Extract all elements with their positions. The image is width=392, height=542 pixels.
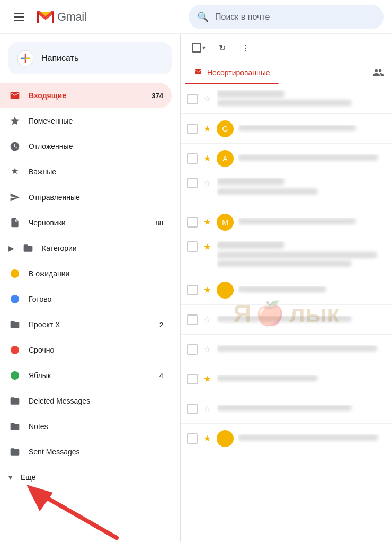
sidebar-item-sent[interactable]: Отправленные xyxy=(0,185,172,210)
email-avatar: M xyxy=(217,214,234,231)
refresh-button[interactable]: ↻ xyxy=(212,38,231,57)
email-row[interactable]: ★ G xyxy=(181,114,392,144)
sidebar-item-snoozed[interactable]: Отложенные xyxy=(0,134,172,159)
search-bar[interactable]: 🔍 Поиск в почте xyxy=(189,5,384,29)
projectx-label: Проект Х xyxy=(29,320,152,329)
drafts-label: Черновики xyxy=(29,218,148,227)
email-content-area: ▾ ↻ ⋮ Несортированные xyxy=(180,34,392,542)
sidebar-item-sent-messages[interactable]: Sent Messages xyxy=(0,439,172,465)
email-row[interactable]: ★ M xyxy=(181,207,392,237)
draft-icon xyxy=(8,216,21,229)
email-row[interactable]: ☆ xyxy=(181,394,392,424)
email-row[interactable]: ☆ xyxy=(181,84,392,114)
email-row[interactable]: ☆ xyxy=(181,335,392,364)
svg-rect-3 xyxy=(52,12,55,23)
app-name-label: Gmail xyxy=(57,10,86,24)
email-star[interactable]: ★ xyxy=(202,433,212,444)
email-sender-blurred xyxy=(217,178,284,185)
sidebar-item-categories[interactable]: ▶ Категории xyxy=(0,235,172,261)
inbox-count: 374 xyxy=(152,92,163,100)
done-dot-icon xyxy=(8,293,21,305)
email-subject-blurred xyxy=(238,154,378,161)
email-row[interactable]: ★ xyxy=(181,275,392,305)
sidebar-item-projectx[interactable]: Проект Х 2 xyxy=(0,312,172,337)
email-checkbox[interactable] xyxy=(187,314,198,325)
email-row[interactable]: ★ xyxy=(181,237,392,275)
sidebar-item-inbox[interactable]: Входящие 374 xyxy=(0,83,172,108)
contacts-button[interactable] xyxy=(369,63,388,82)
email-star[interactable]: ★ xyxy=(202,374,212,384)
email-checkbox[interactable] xyxy=(187,124,198,134)
inbox-icon xyxy=(8,89,21,102)
sidebar-item-yablyk[interactable]: Яблык 4 xyxy=(0,363,172,388)
categories-label: Категории xyxy=(42,244,163,252)
sent-messages-icon xyxy=(8,445,21,458)
email-row[interactable]: ☆ xyxy=(181,173,392,207)
drafts-count: 88 xyxy=(156,219,163,227)
more-vert-icon: ⋮ xyxy=(241,43,250,53)
compose-button[interactable]: Написать xyxy=(8,42,172,74)
email-subject-blurred xyxy=(238,218,356,224)
email-star[interactable]: ☆ xyxy=(202,94,212,104)
sidebar-item-important[interactable]: Важные xyxy=(0,159,172,185)
inbox-label: Входящие xyxy=(29,91,144,100)
starred-label: Помеченные xyxy=(29,117,163,125)
sidebar-item-deleted[interactable]: Deleted Messages xyxy=(0,388,172,414)
gmail-m-icon xyxy=(36,10,55,24)
email-sender-blurred xyxy=(217,241,284,249)
waiting-dot-icon xyxy=(8,267,21,280)
email-checkbox[interactable] xyxy=(187,344,198,355)
email-content xyxy=(217,405,386,413)
header-left: Gmail xyxy=(8,6,189,28)
email-star[interactable]: ★ xyxy=(202,153,212,164)
email-row[interactable]: ☆ xyxy=(181,305,392,335)
email-checkbox[interactable] xyxy=(187,217,198,228)
menu-button[interactable] xyxy=(8,6,30,28)
yablyk-label: Яблык xyxy=(29,371,152,380)
sidebar-item-more[interactable]: ▾ Ещё xyxy=(0,465,172,490)
email-star[interactable]: ★ xyxy=(202,241,212,252)
sidebar-item-urgent[interactable]: Срочно xyxy=(0,337,172,363)
email-star[interactable]: ★ xyxy=(202,285,212,295)
more-options-button[interactable]: ⋮ xyxy=(236,38,255,57)
email-star[interactable]: ★ xyxy=(202,124,212,134)
email-checkbox[interactable] xyxy=(187,178,198,188)
email-checkbox[interactable] xyxy=(187,433,198,444)
sidebar-item-notes[interactable]: Notes xyxy=(0,414,172,439)
email-checkbox[interactable] xyxy=(187,285,198,295)
email-subject-blurred xyxy=(217,375,318,381)
email-content xyxy=(238,125,386,133)
email-row[interactable]: ★ A xyxy=(181,144,392,173)
main-layout: Написать Входящие 374 Помеченные Отложен… xyxy=(0,34,392,542)
email-row[interactable]: ★ xyxy=(181,364,392,394)
email-star[interactable]: ☆ xyxy=(202,178,212,188)
email-checkbox[interactable] xyxy=(187,153,198,164)
email-checkbox[interactable] xyxy=(187,374,198,384)
tab-primary[interactable]: Несортированные xyxy=(185,62,279,84)
more-label: Ещё xyxy=(21,473,163,482)
sidebar-item-starred[interactable]: Помеченные xyxy=(0,108,172,134)
email-row[interactable]: ★ xyxy=(181,424,392,453)
email-subject-blurred xyxy=(238,434,378,441)
sent-messages-label: Sent Messages xyxy=(29,448,163,456)
search-icon: 🔍 xyxy=(197,11,209,23)
email-subject-blurred xyxy=(217,405,352,411)
tab-bar: Несортированные xyxy=(181,62,392,84)
urgent-dot-icon xyxy=(8,344,21,356)
email-content xyxy=(238,286,386,294)
email-star[interactable]: ☆ xyxy=(202,404,212,414)
sidebar-item-drafts[interactable]: Черновики 88 xyxy=(0,210,172,235)
email-star[interactable]: ☆ xyxy=(202,344,212,355)
email-checkbox[interactable] xyxy=(187,404,198,414)
email-star[interactable]: ☆ xyxy=(202,314,212,325)
compose-plus-icon xyxy=(17,50,34,67)
select-all-button[interactable]: ▾ xyxy=(189,38,208,57)
email-checkbox[interactable] xyxy=(187,94,198,104)
email-checkbox[interactable] xyxy=(187,241,198,252)
email-avatar xyxy=(217,282,234,299)
email-star[interactable]: ★ xyxy=(202,217,212,228)
email-content xyxy=(217,316,386,324)
content-toolbar: ▾ ↻ ⋮ xyxy=(181,34,392,62)
sidebar-item-done[interactable]: Готово xyxy=(0,286,172,312)
sidebar-item-waiting[interactable]: В ожидании xyxy=(0,261,172,286)
